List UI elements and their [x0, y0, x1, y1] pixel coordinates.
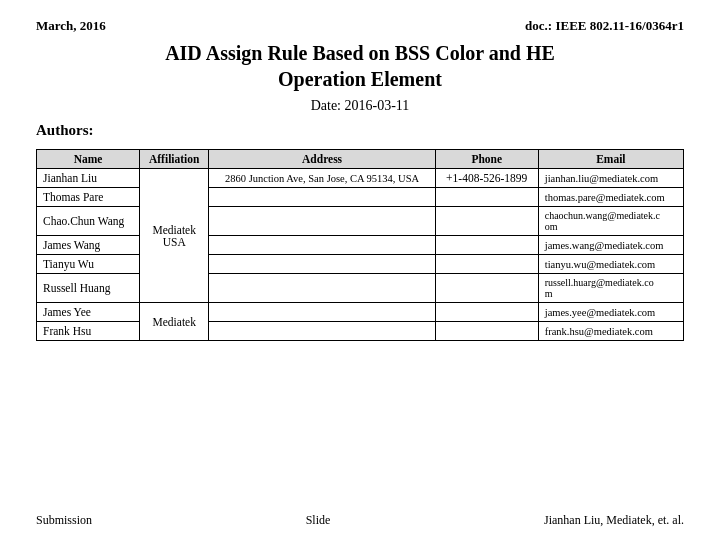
footer: Submission Slide Jianhan Liu, Mediatek, …	[36, 513, 684, 528]
title-block: AID Assign Rule Based on BSS Color and H…	[36, 40, 684, 92]
phone-cell	[435, 255, 538, 274]
email-cell: frank.hsu@mediatek.com	[538, 322, 683, 341]
affiliation-cell: MediatekUSA	[140, 169, 209, 303]
table-row: James Wang james.wang@mediatek.com	[37, 236, 684, 255]
col-phone: Phone	[435, 150, 538, 169]
phone-cell	[435, 274, 538, 303]
address-cell	[209, 322, 435, 341]
email-cell: chaochun.wang@mediatek.com	[538, 207, 683, 236]
table-row: James Yee Mediatek james.yee@mediatek.co…	[37, 303, 684, 322]
col-address: Address	[209, 150, 435, 169]
footer-center: Slide	[306, 513, 331, 528]
phone-cell	[435, 236, 538, 255]
author-name: Tianyu Wu	[37, 255, 140, 274]
date-line: Date: 2016-03-11	[36, 98, 684, 114]
col-email: Email	[538, 150, 683, 169]
author-name: James Wang	[37, 236, 140, 255]
header-date: March, 2016	[36, 18, 106, 34]
table-row: Tianyu Wu tianyu.wu@mediatek.com	[37, 255, 684, 274]
address-cell	[209, 274, 435, 303]
author-name: James Yee	[37, 303, 140, 322]
footer-left: Submission	[36, 513, 92, 528]
phone-cell	[435, 303, 538, 322]
authors-table-container: Name Affiliation Address Phone Email Jia…	[36, 149, 684, 503]
address-cell	[209, 255, 435, 274]
phone-cell	[435, 188, 538, 207]
phone-cell	[435, 207, 538, 236]
address-cell: 2860 Junction Ave, San Jose, CA 95134, U…	[209, 169, 435, 188]
author-name: Frank Hsu	[37, 322, 140, 341]
footer-right: Jianhan Liu, Mediatek, et. al.	[544, 513, 684, 528]
col-affiliation: Affiliation	[140, 150, 209, 169]
table-row: Russell Huang russell.huarg@mediatek.com	[37, 274, 684, 303]
table-row: Chao.Chun Wang chaochun.wang@mediatek.co…	[37, 207, 684, 236]
email-cell: tianyu.wu@mediatek.com	[538, 255, 683, 274]
col-name: Name	[37, 150, 140, 169]
author-name: Russell Huang	[37, 274, 140, 303]
header: March, 2016 doc.: IEEE 802.11-16/0364r1	[36, 18, 684, 34]
address-cell	[209, 236, 435, 255]
table-row: Frank Hsu frank.hsu@mediatek.com	[37, 322, 684, 341]
email-cell: russell.huarg@mediatek.com	[538, 274, 683, 303]
author-name: Chao.Chun Wang	[37, 207, 140, 236]
authors-table: Name Affiliation Address Phone Email Jia…	[36, 149, 684, 341]
email-cell: thomas.pare@mediatek.com	[538, 188, 683, 207]
table-row: Jianhan Liu MediatekUSA 2860 Junction Av…	[37, 169, 684, 188]
author-name: Jianhan Liu	[37, 169, 140, 188]
title-main: AID Assign Rule Based on BSS Color and H…	[36, 40, 684, 92]
author-name: Thomas Pare	[37, 188, 140, 207]
table-row: Thomas Pare thomas.pare@mediatek.com	[37, 188, 684, 207]
email-cell: jianhan.liu@mediatek.com	[538, 169, 683, 188]
address-cell	[209, 188, 435, 207]
authors-label: Authors:	[36, 122, 684, 139]
header-doc: doc.: IEEE 802.11-16/0364r1	[525, 18, 684, 34]
address-cell	[209, 303, 435, 322]
phone-cell: +1-408-526-1899	[435, 169, 538, 188]
page: March, 2016 doc.: IEEE 802.11-16/0364r1 …	[0, 0, 720, 540]
phone-cell	[435, 322, 538, 341]
email-cell: james.wang@mediatek.com	[538, 236, 683, 255]
email-cell: james.yee@mediatek.com	[538, 303, 683, 322]
address-cell	[209, 207, 435, 236]
affiliation-cell: Mediatek	[140, 303, 209, 341]
